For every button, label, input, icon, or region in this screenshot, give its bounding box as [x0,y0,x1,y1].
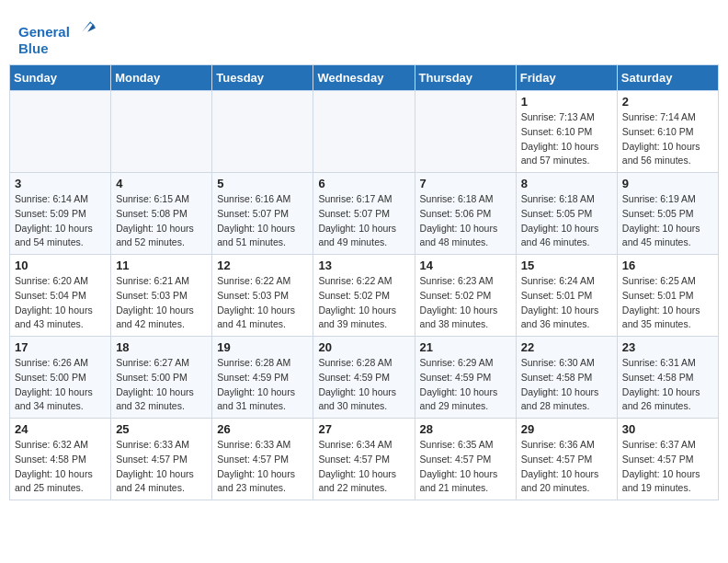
logo-text: General [18,17,96,40]
calendar-cell: 18Sunrise: 6:27 AM Sunset: 5:00 PM Dayli… [111,337,212,419]
logo-blue: Blue [18,40,96,57]
calendar-cell: 30Sunrise: 6:37 AM Sunset: 4:57 PM Dayli… [617,419,718,500]
day-number: 13 [318,259,409,272]
day-info: Sunrise: 6:14 AM Sunset: 5:09 PM Dayligh… [15,192,106,250]
weekday-tuesday: Tuesday [212,65,313,91]
calendar-cell [212,91,313,173]
calendar-cell: 27Sunrise: 6:34 AM Sunset: 4:57 PM Dayli… [313,419,415,500]
day-info: Sunrise: 6:35 AM Sunset: 4:57 PM Dayligh… [420,438,511,496]
calendar-cell: 11Sunrise: 6:21 AM Sunset: 5:03 PM Dayli… [111,255,212,337]
day-info: Sunrise: 6:19 AM Sunset: 5:05 PM Dayligh… [622,192,713,250]
day-number: 24 [15,422,106,436]
day-number: 3 [15,177,106,190]
calendar-cell [313,91,415,173]
week-row-2: 10Sunrise: 6:20 AM Sunset: 5:04 PM Dayli… [10,255,719,337]
day-number: 26 [217,422,308,436]
day-info: Sunrise: 6:24 AM Sunset: 5:01 PM Dayligh… [521,274,612,332]
day-info: Sunrise: 6:25 AM Sunset: 5:01 PM Dayligh… [622,274,713,332]
day-number: 18 [116,340,207,354]
calendar-cell: 28Sunrise: 6:35 AM Sunset: 4:57 PM Dayli… [415,419,516,500]
day-number: 23 [622,340,713,354]
calendar-cell [10,91,111,173]
day-info: Sunrise: 6:32 AM Sunset: 4:58 PM Dayligh… [15,438,106,496]
day-info: Sunrise: 6:30 AM Sunset: 4:58 PM Dayligh… [521,356,612,414]
day-number: 6 [318,177,409,190]
calendar-cell: 22Sunrise: 6:30 AM Sunset: 4:58 PM Dayli… [516,337,617,419]
logo-general: General [18,24,70,40]
calendar-cell [111,91,212,173]
day-info: Sunrise: 6:16 AM Sunset: 5:07 PM Dayligh… [217,192,308,250]
calendar-cell: 7Sunrise: 6:18 AM Sunset: 5:06 PM Daylig… [415,173,516,255]
calendar-cell: 24Sunrise: 6:32 AM Sunset: 4:58 PM Dayli… [10,419,111,500]
day-number: 27 [318,422,409,436]
weekday-wednesday: Wednesday [313,65,415,91]
weekday-sunday: Sunday [10,65,111,91]
week-row-4: 24Sunrise: 6:32 AM Sunset: 4:58 PM Dayli… [10,419,719,500]
day-number: 8 [521,177,612,190]
day-number: 2 [622,95,713,109]
week-row-0: 1Sunrise: 7:13 AM Sunset: 6:10 PM Daylig… [10,91,719,173]
day-number: 15 [521,259,612,272]
day-info: Sunrise: 6:28 AM Sunset: 4:59 PM Dayligh… [217,356,308,414]
day-number: 11 [116,259,207,272]
weekday-saturday: Saturday [617,65,718,91]
day-number: 16 [622,259,713,272]
calendar-cell: 17Sunrise: 6:26 AM Sunset: 5:00 PM Dayli… [10,337,111,419]
day-number: 5 [217,177,308,190]
day-info: Sunrise: 6:15 AM Sunset: 5:08 PM Dayligh… [116,192,207,250]
day-number: 17 [15,340,106,354]
calendar-table: SundayMondayTuesdayWednesdayThursdayFrid… [9,64,719,500]
logo: General Blue [18,17,96,57]
calendar-cell: 4Sunrise: 6:15 AM Sunset: 5:08 PM Daylig… [111,173,212,255]
day-number: 7 [420,177,511,190]
calendar-cell: 2Sunrise: 7:14 AM Sunset: 6:10 PM Daylig… [617,91,718,173]
calendar-cell: 26Sunrise: 6:33 AM Sunset: 4:57 PM Dayli… [212,419,313,500]
weekday-friday: Friday [516,65,617,91]
week-row-1: 3Sunrise: 6:14 AM Sunset: 5:09 PM Daylig… [10,173,719,255]
day-number: 10 [15,259,106,272]
day-info: Sunrise: 6:17 AM Sunset: 5:07 PM Dayligh… [318,192,409,250]
day-info: Sunrise: 7:14 AM Sunset: 6:10 PM Dayligh… [622,110,713,168]
weekday-monday: Monday [111,65,212,91]
calendar-cell: 10Sunrise: 6:20 AM Sunset: 5:04 PM Dayli… [10,255,111,337]
week-row-3: 17Sunrise: 6:26 AM Sunset: 5:00 PM Dayli… [10,337,719,419]
calendar-cell [415,91,516,173]
day-info: Sunrise: 6:21 AM Sunset: 5:03 PM Dayligh… [116,274,207,332]
day-info: Sunrise: 6:29 AM Sunset: 4:59 PM Dayligh… [420,356,511,414]
day-info: Sunrise: 6:18 AM Sunset: 5:05 PM Dayligh… [521,192,612,250]
day-number: 9 [622,177,713,190]
calendar-cell: 20Sunrise: 6:28 AM Sunset: 4:59 PM Dayli… [313,337,415,419]
day-number: 28 [420,422,511,436]
day-info: Sunrise: 6:28 AM Sunset: 4:59 PM Dayligh… [318,356,409,414]
calendar-cell: 29Sunrise: 6:36 AM Sunset: 4:57 PM Dayli… [516,419,617,500]
calendar-cell: 3Sunrise: 6:14 AM Sunset: 5:09 PM Daylig… [10,173,111,255]
calendar-cell: 12Sunrise: 6:22 AM Sunset: 5:03 PM Dayli… [212,255,313,337]
day-number: 1 [521,95,612,109]
day-info: Sunrise: 6:31 AM Sunset: 4:58 PM Dayligh… [622,356,713,414]
calendar-cell: 8Sunrise: 6:18 AM Sunset: 5:05 PM Daylig… [516,173,617,255]
page-header: General Blue [0,0,728,64]
calendar-cell: 14Sunrise: 6:23 AM Sunset: 5:02 PM Dayli… [415,255,516,337]
weekday-header-row: SundayMondayTuesdayWednesdayThursdayFrid… [10,65,719,91]
day-info: Sunrise: 6:33 AM Sunset: 4:57 PM Dayligh… [116,438,207,496]
day-info: Sunrise: 6:22 AM Sunset: 5:02 PM Dayligh… [318,274,409,332]
day-info: Sunrise: 6:20 AM Sunset: 5:04 PM Dayligh… [15,274,106,332]
day-number: 22 [521,340,612,354]
day-info: Sunrise: 6:23 AM Sunset: 5:02 PM Dayligh… [420,274,511,332]
day-number: 14 [420,259,511,272]
calendar-cell: 25Sunrise: 6:33 AM Sunset: 4:57 PM Dayli… [111,419,212,500]
calendar-cell: 5Sunrise: 6:16 AM Sunset: 5:07 PM Daylig… [212,173,313,255]
day-number: 29 [521,422,612,436]
day-number: 20 [318,340,409,354]
day-number: 19 [217,340,308,354]
day-info: Sunrise: 6:26 AM Sunset: 5:00 PM Dayligh… [15,356,106,414]
calendar-cell: 15Sunrise: 6:24 AM Sunset: 5:01 PM Dayli… [516,255,617,337]
day-info: Sunrise: 6:33 AM Sunset: 4:57 PM Dayligh… [217,438,308,496]
calendar-cell: 13Sunrise: 6:22 AM Sunset: 5:02 PM Dayli… [313,255,415,337]
day-number: 30 [622,422,713,436]
day-number: 4 [116,177,207,190]
day-info: Sunrise: 6:22 AM Sunset: 5:03 PM Dayligh… [217,274,308,332]
day-info: Sunrise: 6:18 AM Sunset: 5:06 PM Dayligh… [420,192,511,250]
day-info: Sunrise: 6:36 AM Sunset: 4:57 PM Dayligh… [521,438,612,496]
calendar-cell: 19Sunrise: 6:28 AM Sunset: 4:59 PM Dayli… [212,337,313,419]
